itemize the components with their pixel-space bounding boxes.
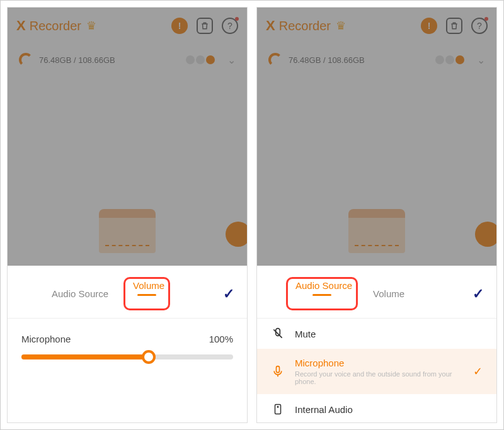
volume-slider[interactable] (8, 351, 247, 372)
clapper-icon (99, 209, 156, 253)
volume-row: Microphone 100% (8, 319, 247, 351)
screenshot-left: X Recorder ♛ ! ? 76.48GB / 108.66GB ⌄ Au… (7, 7, 248, 423)
storage-spinner-icon (19, 53, 33, 67)
help-icon[interactable]: ? (222, 18, 238, 34)
confirm-check-icon[interactable]: ✓ (223, 286, 238, 302)
volume-value: 100% (209, 334, 233, 344)
source-mute[interactable]: Mute (257, 319, 496, 349)
crown-icon[interactable]: ♛ (336, 19, 346, 33)
tab-audio-source[interactable]: Audio Source (292, 278, 352, 309)
app-header: X Recorder ♛ ! ? (8, 8, 247, 44)
microphone-icon (271, 365, 285, 378)
mode-icons[interactable] (435, 55, 464, 64)
clapper-icon (348, 209, 405, 253)
trash-icon[interactable] (446, 18, 462, 34)
alert-icon[interactable]: ! (421, 18, 437, 34)
record-fab[interactable] (475, 222, 497, 247)
slider-thumb[interactable] (142, 350, 156, 364)
tab-volume[interactable]: Volume (129, 278, 164, 309)
source-internal-label: Internal Audio (295, 404, 353, 415)
bottom-sheet: Audio Source Volume ✓ Microphone 100% (8, 266, 247, 422)
sheet-tabs: Audio Source Volume ✓ (257, 266, 496, 317)
alert-icon[interactable]: ! (171, 18, 188, 34)
source-mute-label: Mute (295, 329, 316, 339)
storage-spinner-icon (268, 53, 282, 67)
app-name: Recorder (279, 19, 331, 33)
internal-audio-icon (271, 403, 285, 416)
app-header: X Recorder ♛ ! ? (257, 8, 496, 44)
source-microphone[interactable]: Microphone Record your voice and the out… (257, 349, 496, 394)
selected-check-icon: ✓ (473, 365, 483, 378)
sheet-tabs: Audio Source Volume ✓ (8, 266, 247, 317)
svg-rect-0 (277, 366, 280, 373)
tab-audio-source[interactable]: Audio Source (48, 286, 112, 302)
background-content: X Recorder ♛ ! ? 76.48GB / 108.66GB ⌄ (257, 8, 496, 266)
crown-icon[interactable]: ♛ (86, 19, 96, 33)
trash-icon[interactable] (197, 18, 213, 34)
confirm-check-icon[interactable]: ✓ (472, 286, 488, 302)
screenshot-right: X Recorder ♛ ! ? 76.48GB / 108.66GB ⌄ Au… (256, 7, 497, 423)
logo-x-icon: X (266, 18, 275, 34)
logo-x-icon: X (16, 18, 26, 34)
chevron-down-icon[interactable]: ⌄ (227, 54, 236, 66)
chevron-down-icon[interactable]: ⌄ (477, 54, 485, 66)
source-internal[interactable]: Internal Audio (257, 394, 496, 423)
storage-text: 76.48GB / 108.66GB (39, 55, 115, 65)
mute-icon (271, 327, 285, 340)
source-microphone-label: Microphone (295, 358, 463, 368)
mode-icons[interactable] (186, 55, 215, 64)
highlight-box: Volume (123, 277, 170, 310)
app-name: Recorder (30, 19, 81, 33)
background-content: X Recorder ♛ ! ? 76.48GB / 108.66GB ⌄ (8, 8, 247, 266)
svg-point-2 (277, 407, 278, 408)
highlight-box: Audio Source (286, 277, 358, 310)
storage-row: 76.48GB / 108.66GB ⌄ (257, 44, 496, 76)
volume-label: Microphone (21, 334, 71, 344)
storage-text: 76.48GB / 108.66GB (289, 55, 365, 65)
source-microphone-subtitle: Record your voice and the outside sound … (295, 370, 463, 385)
bottom-sheet: Audio Source Volume ✓ Mute Microphone Re… (257, 266, 496, 422)
record-fab[interactable] (226, 222, 248, 247)
tab-volume[interactable]: Volume (369, 286, 408, 302)
storage-row: 76.48GB / 108.66GB ⌄ (8, 44, 247, 76)
help-icon[interactable]: ? (471, 18, 488, 34)
